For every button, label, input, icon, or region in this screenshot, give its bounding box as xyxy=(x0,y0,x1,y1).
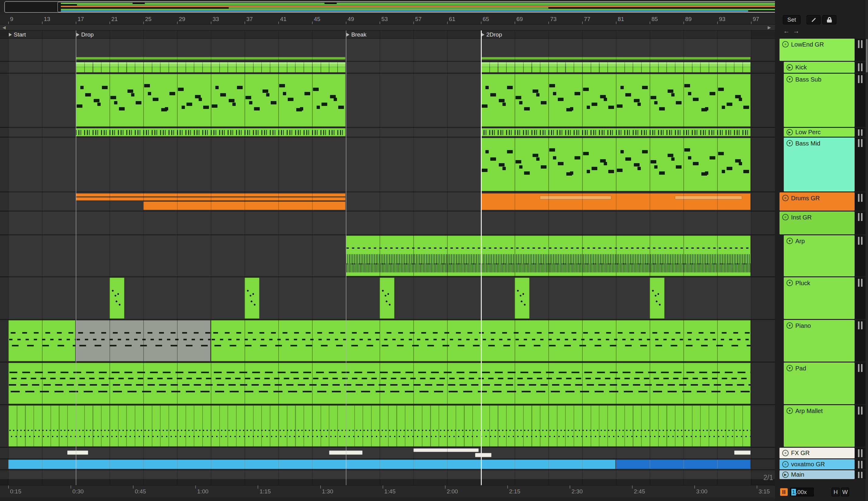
track-lane-arp[interactable] xyxy=(0,235,775,276)
group-track-icon[interactable]: ≡ xyxy=(782,461,789,468)
track-lane-bass-mid[interactable] xyxy=(0,138,775,191)
track-lane-bass-sub[interactable] xyxy=(0,74,775,127)
clip-bass-sub[interactable] xyxy=(481,74,750,127)
track-header-piano[interactable]: ▼Piano xyxy=(784,320,855,362)
fold-track-icon[interactable]: ▼ xyxy=(787,76,793,83)
clip-fx-gr[interactable] xyxy=(329,450,363,455)
play-track-icon[interactable]: ▶ xyxy=(782,471,789,478)
track-header-bass-mid[interactable]: ▼Bass Mid xyxy=(784,138,855,191)
fold-track-icon[interactable]: ▼ xyxy=(787,407,793,414)
track-header-voxatmo-gr[interactable]: ≡voxatmo GR xyxy=(780,459,855,469)
scrub-area[interactable]: ◀ ▶ xyxy=(0,25,775,30)
warp-icon[interactable] xyxy=(780,488,788,496)
next-locator-button[interactable]: → xyxy=(792,27,801,35)
playback-rate-field[interactable]: 1.00x xyxy=(790,488,814,497)
play-track-icon[interactable]: ▶ xyxy=(787,64,793,71)
clip-piano[interactable] xyxy=(211,320,750,361)
group-track-icon[interactable]: ≡ xyxy=(782,450,789,456)
previous-locator-button[interactable]: ← xyxy=(782,27,791,35)
clip-kick[interactable] xyxy=(76,62,345,73)
track-header-lowend-gr[interactable]: ≡LowEnd GR xyxy=(780,39,855,61)
clip-drums-gr[interactable] xyxy=(675,196,742,199)
arrangement-tracks-area[interactable] xyxy=(0,39,775,479)
lock-envelopes-button[interactable] xyxy=(822,15,836,24)
set-locator-button[interactable]: Set xyxy=(783,15,801,24)
clip-kick[interactable] xyxy=(481,62,750,73)
locator-row[interactable]: StartDropBreak2Drop xyxy=(0,30,775,39)
draw-mode-button[interactable] xyxy=(806,15,821,24)
clip-lowend-gr[interactable] xyxy=(76,57,345,60)
clip-fx-gr[interactable] xyxy=(67,450,88,455)
clip-piano[interactable] xyxy=(8,320,75,361)
track-header-kick[interactable]: ▶Kick xyxy=(784,62,855,73)
clip-drums-gr[interactable] xyxy=(76,193,345,196)
play-track-icon[interactable]: ▶ xyxy=(787,129,793,136)
track-lane-pluck[interactable] xyxy=(0,277,775,319)
track-lane-pad[interactable] xyxy=(0,363,775,404)
fold-track-icon[interactable]: ▼ xyxy=(787,280,793,286)
bar-ruler[interactable]: 9131721252933374145495357616569737781858… xyxy=(0,14,775,24)
clip-low-perc[interactable] xyxy=(76,128,345,136)
clip-arp[interactable] xyxy=(346,236,750,276)
track-lane-voxatmo-gr[interactable] xyxy=(0,459,775,469)
clip-fx-gr[interactable] xyxy=(475,453,492,457)
clip-pluck[interactable] xyxy=(650,278,664,319)
fold-track-icon[interactable]: ▼ xyxy=(787,140,793,146)
track-lane-fx-gr[interactable] xyxy=(0,448,775,458)
group-track-icon[interactable]: ≡ xyxy=(782,41,789,47)
fold-track-icon[interactable]: ▼ xyxy=(787,322,793,329)
track-lane-arp-mallet[interactable] xyxy=(0,405,775,447)
track-lane-drums-gr[interactable] xyxy=(0,192,775,211)
clip-pluck[interactable] xyxy=(110,278,124,319)
clip-drums-gr[interactable] xyxy=(143,202,345,210)
track-header-arp-mallet[interactable]: ▼Arp Mallet xyxy=(784,405,855,447)
clip-bass-sub[interactable] xyxy=(76,74,345,127)
track-lane-lowend-gr[interactable] xyxy=(0,39,775,61)
track-lane-piano[interactable] xyxy=(0,320,775,362)
track-header-fx-gr[interactable]: ≡FX GR xyxy=(780,448,855,458)
track-lane-kick[interactable] xyxy=(0,62,775,73)
clip-low-perc[interactable] xyxy=(481,128,750,136)
clip-voxatmo-gr[interactable] xyxy=(616,460,750,469)
clip-drums-gr[interactable] xyxy=(76,197,345,201)
track-header-inst-gr[interactable]: ≡Inst GR xyxy=(780,212,855,234)
fold-track-icon[interactable]: ▼ xyxy=(787,365,793,371)
height-zoom-button[interactable]: H xyxy=(832,488,840,497)
loop-start-arrow-icon[interactable]: ◀ xyxy=(2,25,6,30)
clip-lowend-gr[interactable] xyxy=(481,57,750,60)
clip-pad[interactable] xyxy=(8,363,750,404)
track-header-pluck[interactable]: ▼Pluck xyxy=(784,277,855,319)
clip-arp-mallet[interactable] xyxy=(8,405,750,447)
track-header-main[interactable]: ▶Main xyxy=(780,470,855,479)
clip-fx-gr[interactable] xyxy=(413,448,479,452)
clip-fx-gr[interactable] xyxy=(734,450,751,455)
group-track-icon[interactable]: ≡ xyxy=(782,195,789,201)
track-header-drums-gr[interactable]: ≡Drums GR xyxy=(780,192,855,211)
arrangement-overview[interactable] xyxy=(4,1,805,13)
vertical-scrollbar[interactable] xyxy=(866,0,868,501)
width-zoom-button[interactable]: W xyxy=(841,488,849,497)
locator-2drop[interactable]: 2Drop xyxy=(482,31,502,38)
locator-drop[interactable]: Drop xyxy=(76,31,94,38)
track-lane-inst-gr[interactable] xyxy=(0,212,775,234)
vertical-scrollbar-thumb[interactable] xyxy=(866,39,868,73)
loop-end-arrow-icon[interactable]: ▶ xyxy=(768,25,771,30)
track-header-bass-sub[interactable]: ▼Bass Sub xyxy=(784,74,855,127)
track-lane-low-perc[interactable] xyxy=(0,128,775,137)
track-header-pad[interactable]: ▼Pad xyxy=(784,363,855,404)
group-track-icon[interactable]: ≡ xyxy=(782,214,789,220)
locator-start[interactable]: Start xyxy=(9,31,26,38)
track-header-arp[interactable]: ▼Arp xyxy=(784,235,855,276)
clip-drums-gr[interactable] xyxy=(540,196,611,199)
clip-pluck[interactable] xyxy=(380,278,394,319)
clip-piano[interactable] xyxy=(76,320,210,361)
time-ruler[interactable]: 0:150:300:451:001:151:301:452:002:152:30… xyxy=(0,485,775,497)
fold-track-icon[interactable]: ▼ xyxy=(787,238,793,244)
clip-pluck[interactable] xyxy=(244,278,260,319)
clip-bass-mid[interactable] xyxy=(481,138,750,191)
track-header-low-perc[interactable]: ▶Low Perc xyxy=(784,128,855,137)
track-lane-main[interactable] xyxy=(0,470,775,479)
clip-voxatmo-gr[interactable] xyxy=(8,460,616,469)
locator-break[interactable]: Break xyxy=(347,31,366,38)
clip-pluck[interactable] xyxy=(515,278,529,319)
